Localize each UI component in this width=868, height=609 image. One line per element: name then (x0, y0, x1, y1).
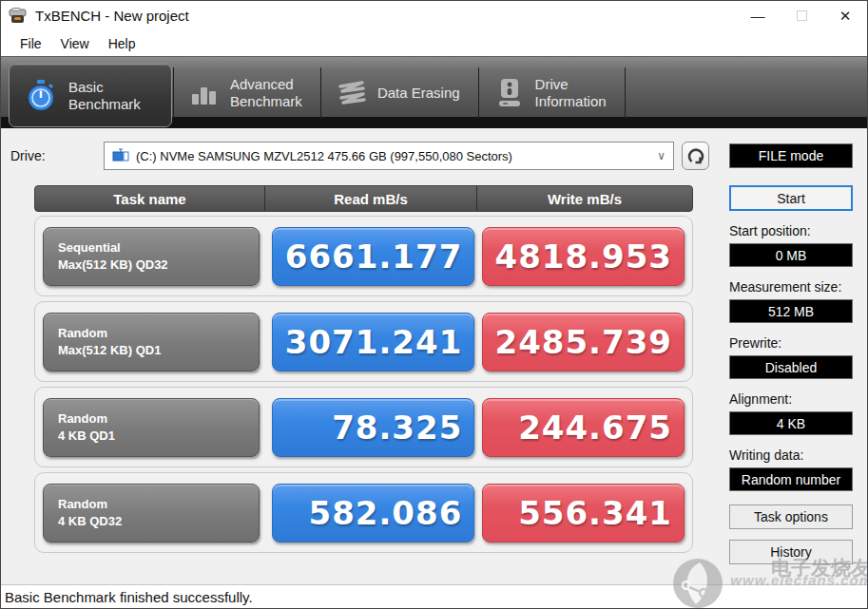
prewrite-value[interactable]: Disabled (729, 355, 853, 379)
chevron-down-icon: ∨ (657, 149, 665, 162)
read-value: 3071.241 (272, 313, 475, 371)
erase-waves-icon (338, 81, 366, 105)
tab-drive-information[interactable]: DriveInformation (480, 64, 624, 123)
file-mode-label: FILE mode (759, 148, 823, 163)
menu-bar: File View Help (1, 30, 867, 56)
task-name-line1: Sequential (58, 239, 259, 257)
drive-info-icon (495, 78, 524, 108)
status-bar: Basic Benchmark finished successfully. (1, 584, 867, 608)
refresh-icon (687, 147, 704, 164)
measurement-size-label: Measurement size: (729, 279, 853, 295)
main-content: Task name Read mB/s Write mB/s Sequentia… (1, 170, 867, 584)
tab-separator (173, 67, 174, 119)
window-title: TxBENCH - New project (35, 8, 189, 24)
app-window: TxBENCH - New project — ✕ File View Help (0, 0, 868, 609)
benchmark-table: Task name Read mB/s Write mB/s Sequentia… (34, 185, 693, 584)
title-bar: TxBENCH - New project — ✕ (1, 1, 867, 30)
task-name-line2: Max(512 KB) QD1 (58, 342, 259, 359)
table-row: Sequential Max(512 KB) QD32 6661.177 481… (34, 216, 693, 296)
tab-label: Data Erasing (377, 85, 460, 102)
tab-separator (320, 67, 321, 119)
status-message: Basic Benchmark finished successfully. (5, 589, 253, 605)
refresh-drives-button[interactable] (682, 142, 709, 170)
table-row: Random Max(512 KB) QD1 3071.241 2485.739 (34, 301, 693, 382)
maximize-icon (797, 10, 807, 21)
start-position-label: Start position: (729, 223, 853, 238)
tab-data-erasing[interactable]: Data Erasing (322, 64, 477, 123)
window-controls: — ✕ (736, 1, 867, 30)
tab-separator (478, 67, 479, 119)
read-value: 582.086 (272, 484, 475, 542)
column-header-read: Read mB/s (264, 186, 476, 211)
task-options-button[interactable]: Task options (729, 504, 853, 529)
alignment-value[interactable]: 4 KB (729, 411, 853, 435)
file-mode-button[interactable]: FILE mode (729, 143, 853, 168)
write-value: 556.341 (482, 484, 685, 542)
task-name-line2: 4 KB QD32 (58, 513, 259, 530)
task-button-sequential-qd32[interactable]: Sequential Max(512 KB) QD32 (43, 227, 260, 286)
alignment-label: Alignment: (729, 391, 853, 407)
task-name-line2: 4 KB QD1 (58, 428, 259, 445)
maximize-button[interactable] (780, 1, 823, 30)
tab-bar: BasicBenchmark AdvancedBenchmark (1, 56, 867, 128)
tab-label: BasicBenchmark (68, 79, 141, 113)
task-button-random-qd1[interactable]: Random Max(512 KB) QD1 (43, 313, 260, 371)
tab-advanced-benchmark[interactable]: AdvancedBenchmark (175, 64, 319, 123)
writing-data-value[interactable]: Random number (729, 467, 853, 491)
menu-help[interactable]: Help (99, 33, 145, 54)
write-value: 4818.953 (482, 227, 685, 286)
table-rows: Sequential Max(512 KB) QD32 6661.177 481… (34, 216, 693, 553)
drive-select[interactable]: (C:) NVMe SAMSUNG MZVL2512 475.66 GB (99… (104, 142, 674, 170)
writing-data-label: Writing data: (729, 447, 853, 463)
tab-basic-benchmark[interactable]: BasicBenchmark (9, 64, 172, 127)
prewrite-label: Prewrite: (729, 335, 853, 351)
task-name-line1: Random (58, 496, 259, 513)
drive-partition-icon (112, 148, 129, 163)
write-value: 244.675 (482, 398, 685, 457)
column-header-write: Write mB/s (476, 186, 692, 211)
tab-label: DriveInformation (535, 76, 607, 110)
table-row: Random 4 KB QD1 78.325 244.675 (34, 387, 693, 467)
table-row: Random 4 KB QD32 582.086 556.341 (34, 472, 693, 553)
drive-label: Drive: (10, 148, 104, 163)
write-value: 2485.739 (482, 313, 685, 371)
drive-selected-value: (C:) NVMe SAMSUNG MZVL2512 475.66 GB (99… (136, 149, 650, 163)
task-name-line1: Random (58, 410, 259, 428)
settings-sidebar: Start Start position: 0 MB Measurement s… (729, 185, 853, 584)
tab-label: AdvancedBenchmark (230, 76, 302, 110)
task-button-random-4kb-qd1[interactable]: Random 4 KB QD1 (43, 398, 260, 457)
bar-chart-icon (190, 79, 219, 107)
task-button-random-4kb-qd32[interactable]: Random 4 KB QD32 (43, 484, 260, 542)
task-name-line2: Max(512 KB) QD32 (58, 257, 259, 274)
close-icon: ✕ (839, 8, 852, 25)
start-button[interactable]: Start (729, 185, 853, 211)
history-button[interactable]: History (729, 540, 853, 564)
minimize-icon: — (751, 8, 765, 24)
minimize-button[interactable]: — (736, 1, 780, 30)
start-position-value[interactable]: 0 MB (729, 243, 853, 267)
read-value: 6661.177 (272, 227, 475, 286)
close-button[interactable]: ✕ (823, 1, 867, 30)
drive-row: Drive: (C:) NVMe SAMSUNG MZVL2512 475.66… (1, 128, 867, 170)
tab-separator (625, 67, 626, 119)
stopwatch-icon (25, 79, 57, 113)
read-value: 78.325 (272, 398, 475, 457)
menu-file[interactable]: File (10, 33, 51, 54)
measurement-size-value[interactable]: 512 MB (729, 299, 853, 323)
table-header: Task name Read mB/s Write mB/s (34, 185, 693, 212)
column-header-task-name: Task name (35, 186, 264, 211)
app-icon (9, 8, 28, 25)
menu-view[interactable]: View (51, 33, 99, 54)
task-name-line1: Random (58, 325, 259, 342)
